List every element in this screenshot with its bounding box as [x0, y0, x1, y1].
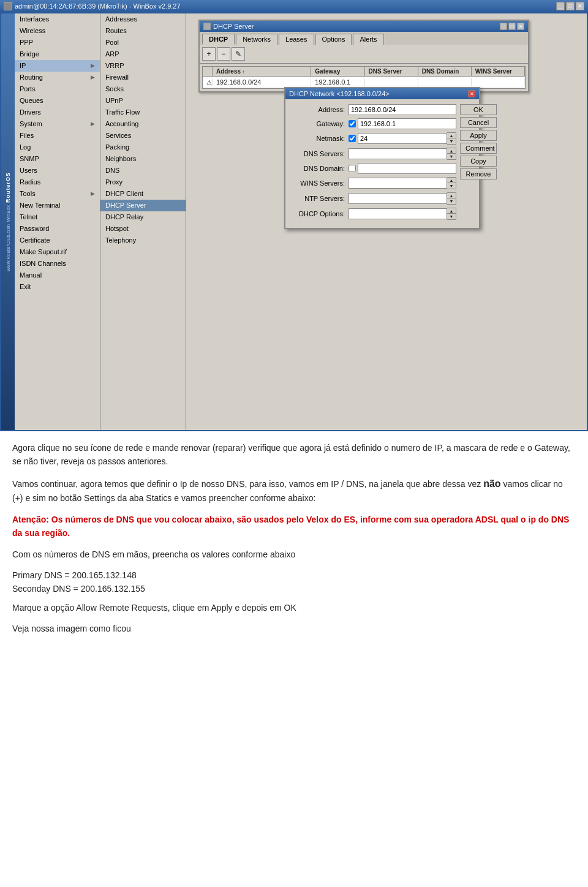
row-icon: ⚠ — [206, 79, 212, 86]
col-dns-domain: DNS Domain — [418, 67, 472, 76]
gateway-input[interactable] — [358, 118, 456, 129]
table-header: Address Gateway DNS Server DNS Domain WI… — [203, 67, 525, 77]
menu-item-addresses[interactable]: Addresses — [100, 13, 186, 25]
dns-servers-spin-up[interactable]: ▲ — [447, 148, 456, 154]
close-button[interactable]: ✕ — [576, 2, 584, 10]
menu-item-telephony[interactable]: Telephony — [100, 235, 186, 246]
menu-item-ip[interactable]: IP ▶ — [15, 60, 100, 72]
dns-domain-checkbox[interactable] — [349, 165, 356, 172]
menu-column-1: Interfaces Wireless PPP Bridge IP ▶ Rout… — [15, 13, 100, 430]
wins-servers-input[interactable] — [349, 178, 447, 189]
menu-item-upnp[interactable]: UPnP — [100, 95, 186, 107]
netmask-spin-up[interactable]: ▲ — [447, 133, 456, 138]
ntp-servers-spin-down[interactable]: ▼ — [447, 198, 456, 204]
ok-button[interactable]: OK — [460, 104, 497, 115]
cancel-button[interactable]: Cancel — [460, 117, 497, 128]
menu-item-routing[interactable]: Routing ▶ — [15, 72, 100, 83]
menu-item-system[interactable]: System ▶ — [15, 118, 100, 130]
menu-item-users[interactable]: Users — [15, 165, 100, 176]
menu-item-dhcp-client[interactable]: DHCP Client — [100, 188, 186, 200]
dhcp-network-close-button[interactable]: ✕ — [468, 90, 475, 97]
dns-servers-input[interactable] — [349, 148, 447, 159]
dns-servers-spin-down[interactable]: ▼ — [447, 154, 456, 159]
gateway-checkbox[interactable] — [349, 120, 356, 127]
menu-item-drivers[interactable]: Drivers — [15, 107, 100, 118]
menu-item-manual[interactable]: Manual — [15, 270, 100, 281]
menu-item-log[interactable]: Log — [15, 142, 100, 153]
apply-button[interactable]: Apply — [460, 130, 497, 141]
menu-item-ports[interactable]: Ports — [15, 83, 100, 95]
menu-item-radius[interactable]: Radius — [15, 176, 100, 188]
maximize-button[interactable]: □ — [566, 2, 575, 10]
dns-domain-label: DNS Domain: — [290, 165, 349, 172]
menu-item-snmp[interactable]: SNMP — [15, 153, 100, 165]
cell-wins — [472, 78, 525, 86]
dhcp-close-button[interactable]: ✕ — [517, 23, 524, 30]
menu-item-dhcp-relay[interactable]: DHCP Relay — [100, 211, 186, 223]
menu-item-routes[interactable]: Routes — [100, 25, 186, 37]
wins-servers-spin-down[interactable]: ▼ — [447, 183, 456, 189]
tab-leases[interactable]: Leases — [279, 34, 314, 45]
dns-values: Primary DNS = 200.165.132.148 Seconday D… — [12, 568, 576, 596]
menu-item-packing[interactable]: Packing — [100, 142, 186, 153]
menu-item-queues[interactable]: Queues — [15, 95, 100, 107]
menu-item-bridge[interactable]: Bridge — [15, 48, 100, 60]
tab-dhcp[interactable]: DHCP — [202, 34, 235, 45]
menu-item-neighbors[interactable]: Neighbors — [100, 153, 186, 165]
dns-domain-field-row: DNS Domain: — [290, 163, 456, 174]
menu-item-traffic-flow[interactable]: Traffic Flow — [100, 107, 186, 118]
menu-item-vrrp[interactable]: VRRP — [100, 60, 186, 72]
menu-item-proxy[interactable]: Proxy — [100, 176, 186, 188]
menu-item-password[interactable]: Password — [15, 223, 100, 235]
dhcp-server-window: DHCP Server _ □ ✕ DHCP Networks Leases O… — [198, 20, 529, 92]
menu-item-services[interactable]: Services — [100, 130, 186, 142]
remove-button[interactable]: − — [217, 47, 230, 61]
tab-options[interactable]: Options — [315, 34, 352, 45]
menu-item-accounting[interactable]: Accounting — [100, 118, 186, 130]
menu-item-isdn[interactable]: ISDN Channels — [15, 258, 100, 270]
remove-button[interactable]: Remove — [460, 168, 497, 179]
edit-button[interactable]: ✎ — [232, 47, 245, 61]
menu-item-certificate[interactable]: Certificate — [15, 235, 100, 246]
comment-button[interactable]: Comment — [460, 143, 497, 154]
netmask-checkbox[interactable] — [349, 135, 356, 142]
tab-networks[interactable]: Networks — [236, 34, 277, 45]
menu-item-new-terminal[interactable]: New Terminal — [15, 200, 100, 211]
netmask-input[interactable] — [358, 133, 447, 144]
dhcp-tab-bar: DHCP Networks Leases Options Alerts — [200, 32, 528, 45]
address-input[interactable] — [349, 104, 456, 115]
add-button[interactable]: + — [202, 47, 216, 61]
menu-item-ppp[interactable]: PPP — [15, 37, 100, 48]
menu-item-wireless[interactable]: Wireless — [15, 25, 100, 37]
minimize-button[interactable]: _ — [556, 2, 565, 10]
dhcp-options-spin-up[interactable]: ▲ — [447, 208, 456, 214]
dns-domain-input[interactable] — [358, 163, 456, 174]
tab-alerts[interactable]: Alerts — [353, 34, 383, 45]
ntp-servers-spin-up[interactable]: ▲ — [447, 193, 456, 198]
menu-item-firewall[interactable]: Firewall — [100, 72, 186, 83]
menu-item-exit[interactable]: Exit — [15, 281, 100, 293]
dns-servers-label: DNS Servers: — [290, 150, 349, 157]
menu-item-telnet[interactable]: Telnet — [15, 211, 100, 223]
menu-item-socks[interactable]: Socks — [100, 83, 186, 95]
dhcp-minimize-button[interactable]: _ — [500, 23, 507, 30]
menu-item-arp[interactable]: ARP — [100, 48, 186, 60]
menu-item-interfaces[interactable]: Interfaces — [15, 13, 100, 25]
menu-item-dns[interactable]: DNS — [100, 165, 186, 176]
menu-item-make-supout[interactable]: Make Supout.rif — [15, 246, 100, 258]
dhcp-maximize-button[interactable]: □ — [508, 23, 516, 30]
routing-arrow-icon: ▶ — [91, 74, 95, 80]
dhcp-network-fields: Address: Gateway: Netmask: — [290, 104, 456, 223]
netmask-spin-down[interactable]: ▼ — [447, 138, 456, 144]
ntp-servers-input[interactable] — [349, 193, 447, 204]
menu-item-pool[interactable]: Pool — [100, 37, 186, 48]
copy-button[interactable]: Copy — [460, 156, 497, 167]
dhcp-options-input[interactable] — [349, 208, 447, 219]
menu-item-hotspot[interactable]: Hotspot — [100, 223, 186, 235]
menu-item-files[interactable]: Files — [15, 130, 100, 142]
dhcp-options-spin-down[interactable]: ▼ — [447, 214, 456, 219]
paragraph-5: Marque a opção Allow Remote Requests, cl… — [12, 601, 576, 614]
menu-item-tools[interactable]: Tools ▶ — [15, 188, 100, 200]
wins-servers-spin-up[interactable]: ▲ — [447, 178, 456, 183]
menu-item-dhcp-server[interactable]: DHCP Server — [100, 200, 186, 211]
